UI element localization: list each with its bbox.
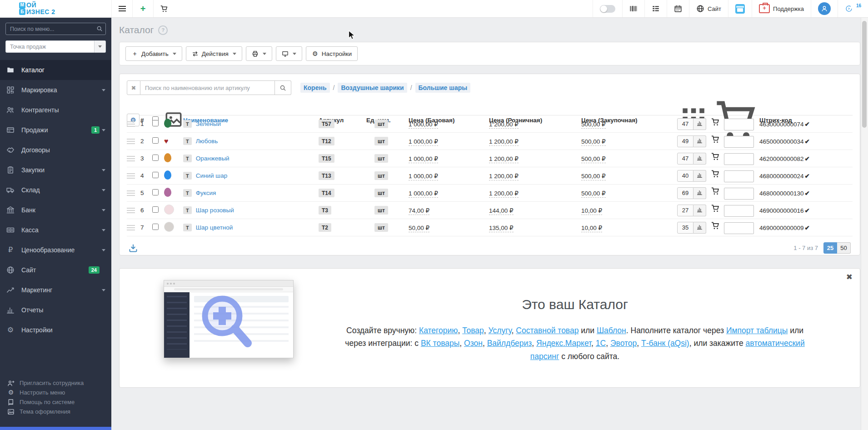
cart-quick-button[interactable] [153, 0, 174, 17]
help-icon[interactable]: ? [158, 25, 168, 35]
row-checkbox[interactable] [152, 155, 159, 161]
row-checkbox[interactable] [152, 137, 159, 144]
product-link[interactable]: Шар цветной [196, 224, 233, 231]
product-link[interactable]: Оранжевый [196, 155, 229, 162]
stock-count-button[interactable]: 35 [677, 222, 693, 234]
sidebar-link-system-help[interactable]: Помощь по системе [0, 397, 111, 407]
row-checkbox[interactable] [152, 172, 159, 178]
retail-price-value[interactable]: 135,00 ₽ [489, 225, 514, 232]
retail-price-value[interactable]: 1 200,00 ₽ [489, 155, 519, 163]
add-to-cart-button[interactable] [711, 204, 720, 213]
clear-search-button[interactable]: ✖ [127, 80, 140, 95]
stock-chart-button[interactable] [693, 170, 706, 182]
close-icon[interactable]: ✖ [846, 272, 853, 282]
intro-link[interactable]: Импорт таблицы [726, 326, 788, 335]
base-price-value[interactable]: 1 000,00 ₽ [409, 155, 438, 163]
base-price-value[interactable]: 74,00 ₽ [409, 207, 429, 215]
quantity-input[interactable] [724, 222, 754, 234]
drag-handle-icon[interactable] [127, 156, 140, 161]
sidebar-link-configure-menu[interactable]: ⚙Настроить меню [0, 388, 111, 397]
sidebar-item-bank[interactable]: Банк [0, 200, 111, 220]
support-button[interactable]: Поддержка [752, 0, 811, 17]
product-link[interactable]: Синий шар [196, 172, 227, 179]
add-to-cart-button[interactable] [711, 117, 720, 126]
product-link[interactable]: Зеленый [196, 120, 221, 127]
app-logo[interactable]: МОЙ БИЗНЕС 2 [0, 0, 111, 17]
purchase-price-value[interactable]: 500,00 ₽ [581, 138, 606, 146]
intro-link[interactable]: Категорию [419, 326, 458, 335]
sidebar-item-cashdesk[interactable]: Касса [0, 220, 111, 240]
intro-link[interactable]: Озон [464, 339, 483, 348]
quantity-input[interactable] [724, 170, 754, 182]
stock-chart-button[interactable] [693, 135, 706, 147]
sidebar-item-site[interactable]: Сайт24 [0, 260, 111, 280]
stock-count-button[interactable]: 49 [677, 135, 693, 147]
add-to-cart-button[interactable] [711, 186, 720, 195]
add-to-cart-button[interactable] [711, 169, 720, 178]
intro-link[interactable]: Услугу [489, 326, 512, 335]
sidebar-item-contractors[interactable]: Контрагенты [0, 100, 111, 120]
purchase-price-value[interactable]: 10,00 ₽ [581, 225, 602, 232]
sidebar-link-theme[interactable]: Тема оформления [0, 407, 111, 416]
quantity-input[interactable] [724, 136, 754, 148]
drag-handle-icon[interactable] [127, 173, 140, 179]
row-checkbox[interactable] [152, 189, 159, 195]
download-icon[interactable] [129, 244, 138, 253]
quantity-input[interactable] [724, 205, 754, 217]
base-price-value[interactable]: 1 000,00 ₽ [409, 138, 438, 146]
actions-button[interactable]: Действия [186, 46, 242, 61]
add-to-cart-button[interactable] [711, 221, 720, 230]
sidebar-item-reports[interactable]: Отчеты [0, 300, 111, 320]
quantity-input[interactable] [724, 119, 754, 130]
updates-button[interactable]: 16 [838, 0, 868, 17]
intro-link[interactable]: Эвотор [610, 339, 637, 348]
purchase-price-value[interactable]: 500,00 ₽ [581, 173, 606, 180]
stock-chart-button[interactable] [693, 187, 706, 199]
intro-link[interactable]: Шаблон [597, 326, 626, 335]
stock-chart-button[interactable] [693, 205, 706, 216]
sidebar-item-sales[interactable]: Продажи1 [0, 120, 111, 140]
page-scrollbar[interactable] [861, 17, 868, 430]
add-button[interactable]: + Добавить [125, 46, 182, 61]
view-toggle[interactable] [593, 0, 622, 17]
row-checkbox[interactable] [152, 224, 159, 230]
menu-collapse-button[interactable] [111, 0, 132, 17]
product-link[interactable]: Шар розовый [196, 207, 234, 214]
add-to-cart-button[interactable] [711, 135, 720, 144]
search-submit-button[interactable] [275, 80, 291, 95]
sidebar-item-settings[interactable]: ⚙Настройки [0, 320, 111, 340]
product-link[interactable]: Любовь [196, 138, 218, 145]
sidebar-item-purchases[interactable]: Закупки [0, 160, 111, 180]
intro-link[interactable]: Яндекс.Маркет [536, 339, 591, 348]
base-price-value[interactable]: 1 000,00 ₽ [409, 121, 438, 129]
intro-link[interactable]: Вайлдбериз [487, 339, 532, 348]
retail-price-value[interactable]: 1 200,00 ₽ [489, 190, 519, 198]
stock-count-button[interactable]: 40 [677, 170, 693, 182]
base-price-value[interactable]: 1 000,00 ₽ [409, 173, 438, 180]
site-button[interactable]: Сайт [689, 0, 728, 17]
quantity-input[interactable] [724, 188, 754, 200]
quick-add-button[interactable]: + [132, 0, 153, 17]
intro-link[interactable]: Т-банк (aQsi) [641, 339, 689, 348]
barcode-scanner-button[interactable] [622, 0, 644, 17]
sidebar-item-warehouse[interactable]: Склад [0, 180, 111, 200]
sidebar-item-contracts[interactable]: Договоры [0, 140, 111, 160]
drag-handle-icon[interactable] [127, 139, 140, 144]
menu-search-input[interactable] [5, 23, 106, 35]
education-button[interactable] [728, 0, 752, 17]
page-size-50[interactable]: 50 [837, 242, 851, 254]
scrollbar-thumb[interactable] [862, 21, 867, 128]
add-to-cart-button[interactable] [711, 152, 720, 161]
calendar-button[interactable] [667, 0, 689, 17]
stock-count-button[interactable]: 47 [677, 118, 693, 130]
purchase-price-value[interactable]: 10,00 ₽ [581, 207, 602, 215]
intro-link[interactable]: 1С [596, 339, 606, 348]
intro-link[interactable]: Составной товар [516, 326, 579, 335]
sidebar-link-invite-employee[interactable]: Пригласить сотрудника [0, 378, 111, 388]
stock-chart-button[interactable] [693, 118, 706, 130]
sidebar-item-pricing[interactable]: ₽Ценообразование [0, 240, 111, 260]
page-size-25[interactable]: 25 [823, 242, 837, 254]
retail-price-value[interactable]: 1 200,00 ₽ [489, 138, 519, 146]
drag-handle-icon[interactable] [127, 208, 140, 213]
stock-chart-button[interactable] [693, 153, 706, 165]
